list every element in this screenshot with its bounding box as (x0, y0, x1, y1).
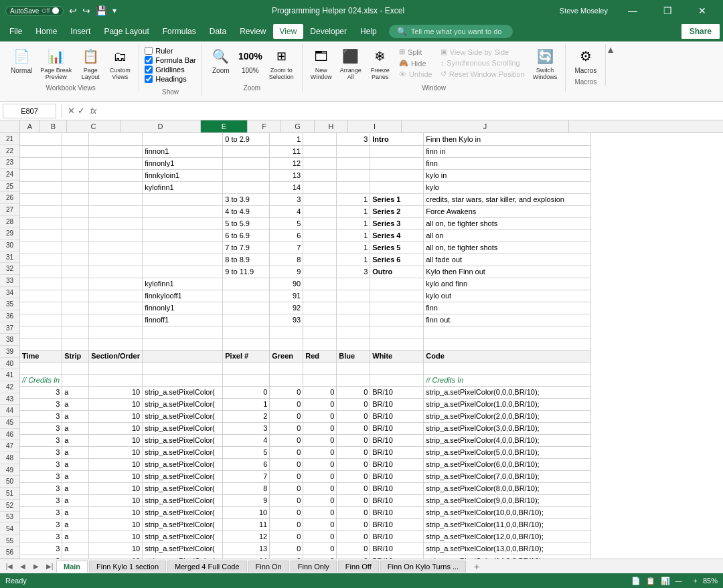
cell-27-4[interactable]: 4 to 4.9 (223, 205, 270, 217)
cell-42-5[interactable]: 0 (270, 386, 303, 398)
row-num-28[interactable]: 28 (0, 216, 19, 228)
cell-33-6[interactable] (303, 278, 337, 290)
cell-51-1[interactable]: a (62, 494, 89, 506)
cell-53-2[interactable]: 10 (89, 518, 143, 530)
cell-48-2[interactable]: 10 (89, 458, 143, 470)
cell-45-1[interactable]: a (62, 422, 89, 434)
cell-55-8[interactable]: BR/10 (370, 543, 424, 555)
cell-33-1[interactable] (62, 278, 89, 290)
cell-23-8[interactable] (370, 157, 424, 169)
cell-33-2[interactable] (89, 278, 143, 290)
cell-49-5[interactable]: 0 (270, 470, 303, 482)
cell-31-3[interactable] (143, 254, 223, 266)
cell-23-5[interactable]: 12 (270, 157, 303, 169)
row-num-21[interactable]: 21 (0, 133, 19, 145)
col-header-h[interactable]: H (315, 120, 348, 132)
cell-31-0[interactable] (20, 254, 62, 266)
cell-38-8[interactable] (370, 338, 424, 350)
cell-35-8[interactable] (370, 302, 424, 314)
cell-50-2[interactable]: 10 (89, 482, 143, 494)
cell-21-2[interactable] (89, 133, 143, 145)
cell-48-4[interactable]: 6 (223, 458, 270, 470)
cell-43-6[interactable]: 0 (303, 398, 337, 410)
cell-46-9[interactable]: strip_a.setPixelColor(4,0,0,BR/10); (424, 434, 591, 446)
cell-30-8[interactable]: Series 5 (370, 241, 424, 254)
cell-47-7[interactable]: 0 (337, 446, 370, 458)
tell-me-input[interactable] (411, 27, 505, 35)
cell-22-2[interactable] (89, 145, 143, 157)
cell-49-1[interactable]: a (62, 470, 89, 482)
cell-53-1[interactable]: a (62, 518, 89, 530)
row-num-38[interactable]: 38 (0, 334, 19, 346)
cell-51-7[interactable]: 0 (337, 494, 370, 506)
hide-button[interactable]: 🙈 Hide (396, 58, 435, 68)
cell-37-4[interactable] (223, 326, 270, 338)
cell-40-8[interactable] (370, 362, 424, 374)
cell-55-6[interactable]: 0 (303, 543, 337, 555)
cell-46-5[interactable]: 0 (270, 434, 303, 446)
cancel-icon[interactable]: ✕ (68, 106, 75, 116)
cell-52-0[interactable]: 3 (20, 506, 62, 518)
cell-51-4[interactable]: 9 (223, 494, 270, 506)
zoom-selection-button[interactable]: ⊞ Zoom toSelection (266, 44, 297, 82)
cell-21-6[interactable] (303, 133, 337, 145)
cell-41-0[interactable]: // Credits In (20, 374, 62, 386)
cell-48-6[interactable]: 0 (303, 458, 337, 470)
cell-52-2[interactable]: 10 (89, 506, 143, 518)
cell-24-7[interactable] (337, 169, 370, 181)
cell-44-8[interactable]: BR/10 (370, 410, 424, 422)
cell-22-8[interactable] (370, 145, 424, 157)
page-layout-button[interactable]: 📋 PageLayout (77, 44, 104, 82)
cell-33-3[interactable]: kylofinn1 (143, 278, 223, 290)
cell-40-7[interactable] (337, 362, 370, 374)
cell-33-7[interactable] (337, 278, 370, 290)
cell-47-0[interactable]: 3 (20, 446, 62, 458)
close-button[interactable]: ✕ (687, 0, 718, 21)
cell-22-4[interactable] (223, 145, 270, 157)
cell-24-8[interactable] (370, 169, 424, 181)
cell-39-2[interactable]: Section/Order (89, 350, 143, 362)
row-num-37[interactable]: 37 (0, 322, 19, 334)
cell-55-3[interactable]: strip_a.setPixelColor( (143, 543, 223, 555)
col-header-c[interactable]: C (67, 120, 120, 132)
cell-46-6[interactable]: 0 (303, 434, 337, 446)
cell-29-4[interactable]: 6 to 6.9 (223, 229, 270, 241)
cell-47-3[interactable]: strip_a.setPixelColor( (143, 446, 223, 458)
cell-28-7[interactable]: 1 (337, 217, 370, 229)
cell-26-6[interactable] (303, 193, 337, 205)
cell-35-0[interactable] (20, 302, 62, 314)
cell-44-6[interactable]: 0 (303, 410, 337, 422)
macros-button[interactable]: ⚙ Macros (572, 44, 599, 76)
cell-29-9[interactable]: all on (424, 229, 591, 241)
cell-36-5[interactable]: 93 (270, 314, 303, 326)
cell-23-0[interactable] (20, 157, 62, 169)
cell-34-2[interactable] (89, 290, 143, 302)
cell-54-4[interactable]: 12 (223, 530, 270, 543)
arrange-all-button[interactable]: ⬛ ArrangeAll (337, 44, 364, 82)
cell-49-0[interactable]: 3 (20, 470, 62, 482)
cell-27-9[interactable]: Force Awakens (424, 205, 591, 217)
cell-42-0[interactable]: 3 (20, 386, 62, 398)
cell-53-3[interactable]: strip_a.setPixelColor( (143, 518, 223, 530)
row-num-39[interactable]: 39 (0, 346, 19, 358)
cell-22-1[interactable] (62, 145, 89, 157)
row-num-33[interactable]: 33 (0, 275, 19, 287)
cell-28-8[interactable]: Series 3 (370, 217, 424, 229)
cell-22-9[interactable]: finn in (424, 145, 591, 157)
row-num-41[interactable]: 41 (0, 369, 19, 381)
cell-50-3[interactable]: strip_a.setPixelColor( (143, 482, 223, 494)
cell-21-7[interactable]: 3 (337, 133, 370, 145)
cell-41-6[interactable] (303, 374, 337, 386)
cell-27-1[interactable] (62, 205, 89, 217)
cell-54-5[interactable]: 0 (270, 530, 303, 543)
cell-50-6[interactable]: 0 (303, 482, 337, 494)
row-num-51[interactable]: 51 (0, 488, 19, 500)
cell-46-8[interactable]: BR/10 (370, 434, 424, 446)
cell-40-0[interactable] (20, 362, 62, 374)
cell-28-1[interactable] (62, 217, 89, 229)
cell-53-6[interactable]: 0 (303, 518, 337, 530)
cell-26-8[interactable]: Series 1 (370, 193, 424, 205)
col-header-b[interactable]: B (40, 120, 67, 132)
cell-44-0[interactable]: 3 (20, 410, 62, 422)
cell-30-5[interactable]: 7 (270, 241, 303, 254)
